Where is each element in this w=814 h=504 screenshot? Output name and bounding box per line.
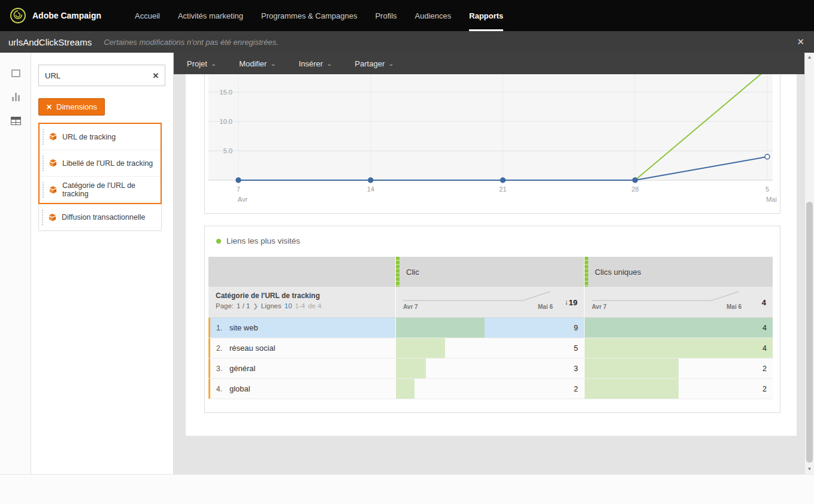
value-bar [585, 379, 679, 399]
menu-modifier[interactable]: Modifier ⌄ [233, 53, 282, 74]
clic-value: 3 [574, 365, 578, 373]
value-bar [396, 359, 426, 378]
report-canvas: 5.010.015.07Avr1421285Mai Liens les plus… [186, 74, 797, 436]
svg-text:Mai: Mai [766, 196, 777, 203]
search-input[interactable] [45, 71, 147, 80]
menu-inserer[interactable]: Insérer ⌄ [293, 53, 338, 74]
nav-profils[interactable]: Profils [375, 0, 397, 31]
remove-filter-icon: ✕ [46, 103, 52, 111]
row-index: 2. [216, 344, 226, 353]
bottom-strip [0, 474, 814, 504]
header-clics-uniques[interactable]: Clics uniques [584, 257, 773, 287]
nav-rapports[interactable]: Rapports [469, 0, 503, 31]
row-index: 4. [216, 385, 226, 393]
scrollbar-thumb[interactable] [806, 202, 813, 463]
value-bar [396, 338, 445, 358]
row-label: réseau social [229, 344, 276, 353]
scroll-down-icon[interactable]: ▼ [805, 464, 814, 474]
page-view-button[interactable] [0, 61, 31, 85]
table-subheader-row: Catégorie de l'URL de tracking Page: 1 /… [208, 287, 773, 318]
clic-total: ↓ 19 [565, 297, 577, 306]
svg-text:5: 5 [765, 186, 769, 193]
left-icon-rail [0, 53, 31, 474]
dimension-group: URL de tracking Libellé de l'URL de trac… [38, 123, 162, 204]
dimension-item-libelle-url[interactable]: Libellé de l'URL de tracking [40, 150, 161, 177]
nav-accueil[interactable]: Accueil [135, 0, 160, 31]
table-row[interactable]: 2. réseau social 5 4 [208, 338, 773, 359]
row-accent-icon [208, 318, 210, 338]
dimension-item-categorie-url[interactable]: Catégorie de l'URL de tracking [40, 177, 161, 203]
header-clic[interactable]: Clic [395, 257, 584, 287]
menu-projet[interactable]: Projet ⌄ [181, 53, 222, 74]
dimensions-filter-button[interactable]: ✕ Dimensions [38, 98, 105, 116]
table-header-row: Clic Clics uniques [208, 257, 773, 287]
svg-text:10.0: 10.0 [220, 118, 232, 125]
drag-handle-icon[interactable] [43, 182, 45, 198]
brand-title: Adobe Campaign [32, 11, 101, 20]
period-start: Avr 7 [403, 303, 418, 310]
dimension-cube-icon [49, 132, 58, 141]
menu-partager[interactable]: Partager ⌄ [349, 53, 400, 74]
chevron-down-icon: ⌄ [326, 60, 332, 67]
dimension-header: Catégorie de l'URL de tracking [216, 292, 389, 300]
chart-view-button[interactable] [0, 85, 31, 109]
dimension-label: Catégorie de l'URL de tracking [62, 181, 161, 198]
report-main-area: Projet ⌄ Modifier ⌄ Insérer ⌄ Partager ⌄… [174, 53, 804, 474]
svg-text:28: 28 [631, 186, 639, 193]
vertical-scrollbar[interactable]: ▲ ▼ [804, 53, 814, 474]
row-label: global [229, 384, 250, 393]
table-row[interactable]: 4. global 2 2 [208, 379, 773, 399]
dimension-header-cell: Catégorie de l'URL de tracking Page: 1 /… [208, 287, 395, 317]
svg-text:5.0: 5.0 [223, 147, 232, 154]
clics-uniques-cell: 2 [584, 379, 773, 399]
close-icon[interactable]: ✕ [797, 37, 804, 47]
clic-trend-cell: Avr 7 Mai 6 ↓ 19 [395, 287, 584, 317]
row-index: 3. [216, 365, 226, 373]
bullet-icon [216, 239, 221, 244]
svg-text:Avr: Avr [238, 196, 248, 203]
period-end: Mai 6 [727, 303, 742, 310]
adobe-campaign-logo-icon[interactable] [10, 7, 26, 24]
dimension-item-url-de-tracking[interactable]: URL de tracking [40, 124, 161, 150]
nav-activites-marketing[interactable]: Activités marketing [178, 0, 243, 31]
metric-accent-icon [585, 257, 588, 287]
svg-text:14: 14 [367, 186, 374, 193]
line-chart-card: 5.010.015.07Avr1421285Mai [204, 74, 780, 214]
table-view-button[interactable] [0, 109, 31, 133]
value-bar [396, 379, 414, 399]
table-row[interactable]: 1. site web 9 4 [208, 318, 773, 338]
nav-programmes-campagnes[interactable]: Programmes & Campagnes [261, 0, 357, 31]
report-menu-bar: Projet ⌄ Modifier ⌄ Insérer ⌄ Partager ⌄ [174, 53, 804, 74]
dimensions-panel: ✕ ✕ Dimensions URL de tracking Libellé d… [31, 53, 174, 474]
header-empty-cell [208, 257, 395, 287]
pagination: Page: 1 / 1 ❯ Lignes 10 1-4 de 4 [216, 302, 389, 309]
clics-uniques-total: 4 [762, 297, 766, 306]
lines-per-page-link[interactable]: 10 [285, 302, 292, 309]
chevron-down-icon: ⌄ [270, 60, 276, 67]
drag-handle-icon[interactable] [43, 156, 45, 171]
trend-sparkline: Avr 7 Mai 6 [592, 290, 742, 310]
unsaved-changes-message: Certaines modifications n'ont pas été en… [104, 38, 279, 47]
drag-handle-icon[interactable] [43, 129, 45, 145]
table-icon [11, 117, 21, 125]
clic-cell: 9 [395, 318, 584, 338]
report-name: urlsAndClickStreams [8, 37, 92, 47]
dimension-item-diffusion-transactionnelle[interactable]: Diffusion transactionnelle [39, 204, 161, 230]
period-start: Avr 7 [592, 303, 607, 310]
dimension-cube-icon [48, 213, 57, 222]
scroll-up-icon[interactable]: ▲ [805, 53, 814, 62]
table-row[interactable]: 3. général 3 2 [208, 359, 773, 379]
dimension-label: URL de tracking [62, 133, 116, 141]
chevron-down-icon: ⌄ [211, 60, 216, 67]
nav-audiences[interactable]: Audiences [415, 0, 452, 31]
value-bar [585, 359, 679, 378]
sort-desc-icon[interactable]: ↓ [565, 298, 568, 306]
clic-value: 2 [574, 385, 578, 393]
chevron-down-icon: ⌄ [388, 60, 394, 67]
clear-search-icon[interactable]: ✕ [147, 71, 165, 80]
clic-value: 5 [574, 344, 578, 353]
svg-text:7: 7 [237, 186, 240, 193]
drag-handle-icon[interactable] [42, 210, 44, 225]
top-links-table: Clic Clics uniques Catégorie de l'URL de… [208, 257, 773, 399]
clic-value: 9 [574, 324, 578, 332]
